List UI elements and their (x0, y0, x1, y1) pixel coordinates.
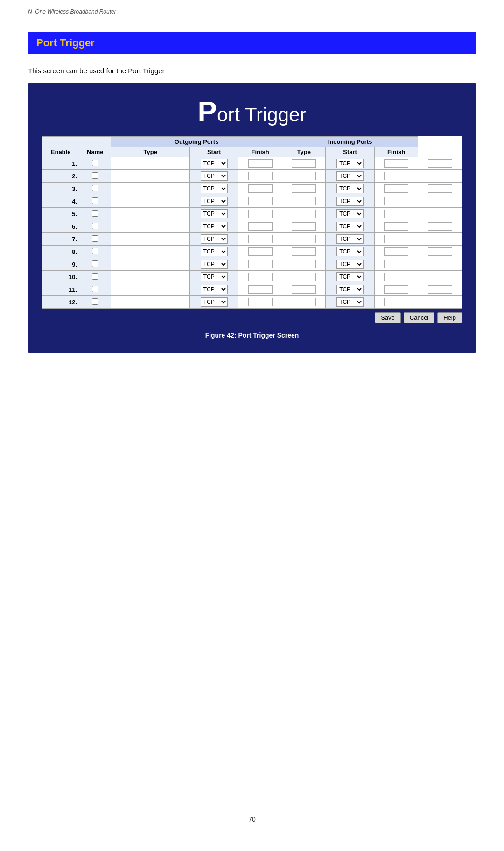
incoming-start-input[interactable] (384, 197, 408, 205)
outgoing-start-input[interactable] (248, 235, 273, 243)
incoming-type-select[interactable]: TCPUDPBoth (336, 247, 364, 256)
outgoing-finish-input[interactable] (292, 197, 316, 205)
incoming-start-cell[interactable] (374, 220, 418, 233)
name-cell[interactable] (111, 183, 190, 195)
incoming-start-input[interactable] (384, 273, 408, 281)
incoming-finish-cell[interactable] (418, 258, 462, 271)
outgoing-finish-input[interactable] (292, 184, 316, 193)
incoming-finish-input[interactable] (428, 285, 452, 294)
save-button[interactable]: Save (375, 312, 401, 323)
incoming-finish-cell[interactable] (418, 271, 462, 283)
incoming-finish-input[interactable] (428, 159, 452, 168)
outgoing-start-cell[interactable] (238, 220, 282, 233)
outgoing-type-cell[interactable]: TCPUDPBoth (190, 258, 238, 271)
incoming-start-input[interactable] (384, 222, 408, 231)
outgoing-type-cell[interactable]: TCPUDPBoth (190, 233, 238, 246)
outgoing-start-input[interactable] (248, 184, 273, 193)
outgoing-type-select[interactable]: TCPUDPBoth (201, 159, 228, 168)
help-button[interactable]: Help (437, 312, 462, 323)
outgoing-start-cell[interactable] (238, 233, 282, 246)
incoming-finish-input[interactable] (428, 260, 452, 268)
name-input[interactable] (113, 299, 188, 306)
outgoing-finish-cell[interactable] (282, 195, 326, 208)
outgoing-finish-cell[interactable] (282, 296, 326, 309)
incoming-type-select[interactable]: TCPUDPBoth (336, 171, 364, 181)
outgoing-start-input[interactable] (248, 260, 273, 268)
outgoing-finish-input[interactable] (292, 260, 316, 268)
outgoing-finish-input[interactable] (292, 210, 316, 218)
outgoing-start-cell[interactable] (238, 271, 282, 283)
cancel-button[interactable]: Cancel (404, 312, 434, 323)
incoming-finish-input[interactable] (428, 184, 452, 193)
name-input[interactable] (113, 236, 188, 243)
incoming-finish-cell[interactable] (418, 170, 462, 183)
outgoing-type-select[interactable]: TCPUDPBoth (201, 285, 228, 294)
incoming-start-cell[interactable] (374, 183, 418, 195)
outgoing-finish-input[interactable] (292, 247, 316, 256)
enable-cell[interactable] (79, 170, 111, 183)
outgoing-finish-input[interactable] (292, 285, 316, 294)
incoming-start-cell[interactable] (374, 296, 418, 309)
enable-checkbox[interactable] (92, 210, 98, 217)
outgoing-start-input[interactable] (248, 222, 273, 231)
enable-cell[interactable] (79, 233, 111, 246)
incoming-start-input[interactable] (384, 247, 408, 256)
outgoing-finish-input[interactable] (292, 159, 316, 168)
outgoing-type-select[interactable]: TCPUDPBoth (201, 184, 228, 193)
outgoing-start-cell[interactable] (238, 283, 282, 296)
incoming-start-input[interactable] (384, 260, 408, 268)
incoming-type-select[interactable]: TCPUDPBoth (336, 184, 364, 193)
incoming-start-input[interactable] (384, 235, 408, 243)
incoming-start-input[interactable] (384, 285, 408, 294)
incoming-type-cell[interactable]: TCPUDPBoth (326, 258, 374, 271)
outgoing-start-cell[interactable] (238, 208, 282, 220)
incoming-finish-input[interactable] (428, 172, 452, 180)
incoming-type-cell[interactable]: TCPUDPBoth (326, 271, 374, 283)
name-input[interactable] (113, 198, 188, 205)
incoming-finish-input[interactable] (428, 210, 452, 218)
name-input[interactable] (113, 248, 188, 255)
outgoing-type-select[interactable]: TCPUDPBoth (201, 197, 228, 206)
outgoing-start-cell[interactable] (238, 246, 282, 258)
name-cell[interactable] (111, 157, 190, 170)
incoming-finish-cell[interactable] (418, 208, 462, 220)
incoming-start-cell[interactable] (374, 271, 418, 283)
enable-checkbox[interactable] (92, 160, 98, 166)
outgoing-finish-cell[interactable] (282, 258, 326, 271)
outgoing-start-cell[interactable] (238, 157, 282, 170)
outgoing-start-input[interactable] (248, 172, 273, 180)
name-cell[interactable] (111, 195, 190, 208)
enable-checkbox[interactable] (92, 248, 98, 254)
name-cell[interactable] (111, 220, 190, 233)
incoming-type-cell[interactable]: TCPUDPBoth (326, 170, 374, 183)
outgoing-start-input[interactable] (248, 285, 273, 294)
name-cell[interactable] (111, 170, 190, 183)
enable-cell[interactable] (79, 220, 111, 233)
outgoing-finish-input[interactable] (292, 172, 316, 180)
enable-checkbox[interactable] (92, 235, 98, 242)
incoming-start-input[interactable] (384, 184, 408, 193)
incoming-type-select[interactable]: TCPUDPBoth (336, 285, 364, 294)
incoming-finish-cell[interactable] (418, 195, 462, 208)
incoming-start-input[interactable] (384, 298, 408, 306)
enable-cell[interactable] (79, 195, 111, 208)
outgoing-finish-cell[interactable] (282, 271, 326, 283)
outgoing-type-select[interactable]: TCPUDPBoth (201, 297, 228, 307)
incoming-type-select[interactable]: TCPUDPBoth (336, 272, 364, 281)
incoming-finish-input[interactable] (428, 273, 452, 281)
outgoing-finish-input[interactable] (292, 298, 316, 306)
outgoing-type-cell[interactable]: TCPUDPBoth (190, 220, 238, 233)
name-input[interactable] (113, 261, 188, 268)
enable-cell[interactable] (79, 283, 111, 296)
name-input[interactable] (113, 185, 188, 192)
enable-cell[interactable] (79, 296, 111, 309)
incoming-finish-cell[interactable] (418, 283, 462, 296)
name-input[interactable] (113, 223, 188, 230)
outgoing-type-cell[interactable]: TCPUDPBoth (190, 170, 238, 183)
enable-cell[interactable] (79, 246, 111, 258)
incoming-finish-input[interactable] (428, 197, 452, 205)
enable-cell[interactable] (79, 271, 111, 283)
incoming-type-select[interactable]: TCPUDPBoth (336, 197, 364, 206)
name-input[interactable] (113, 286, 188, 293)
incoming-type-cell[interactable]: TCPUDPBoth (326, 283, 374, 296)
